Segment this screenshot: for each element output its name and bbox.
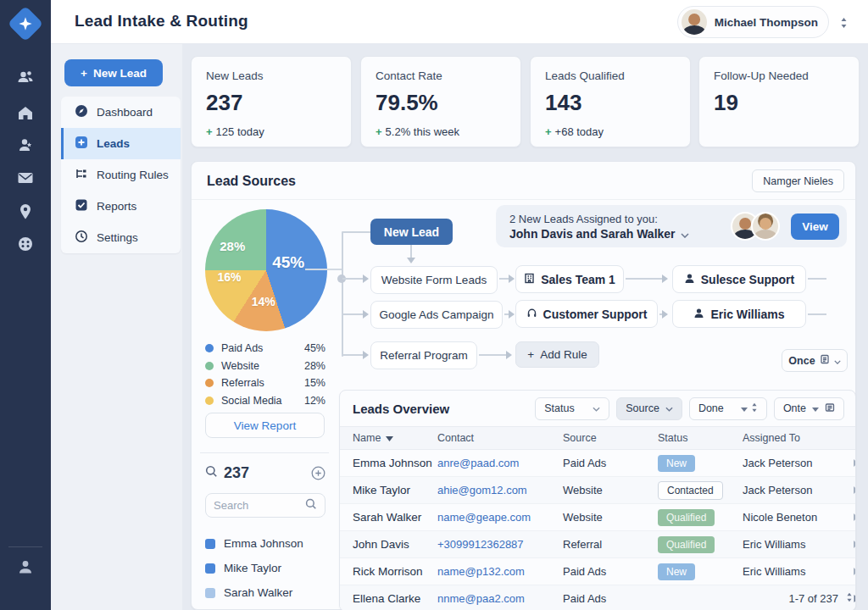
user-plus-icon[interactable] — [16, 136, 35, 154]
table-row[interactable]: Emma Johnson anre@paad.com Paid Ads New … — [340, 450, 855, 477]
table-row[interactable]: Sarah Walker name@geape.com Website Qual… — [340, 504, 855, 531]
contact-link[interactable]: +3099912362887 — [437, 538, 563, 551]
contact-link[interactable]: anre@paad.com — [437, 457, 563, 469]
arrow-down-icon — [407, 258, 415, 263]
row-expand-icon[interactable] — [853, 459, 856, 467]
row-expand-icon[interactable] — [853, 513, 856, 521]
stat-label: Follow-Up Needed — [714, 69, 844, 82]
arrow-right-icon — [363, 310, 369, 319]
filter-source[interactable]: Source — [616, 397, 682, 420]
pie-slice-label: 28% — [220, 239, 245, 253]
flow-team-node[interactable]: Customer Support — [543, 308, 648, 321]
contact-link[interactable]: name@geape.com — [437, 511, 563, 524]
contact-link[interactable]: ahie@gom12.com — [437, 484, 563, 496]
search-box — [205, 493, 326, 518]
user-name: Michael Thompson — [715, 16, 818, 29]
table-row[interactable]: John Davis +3099912362887 Referral Quali… — [340, 531, 855, 558]
person-icon — [684, 273, 695, 286]
home-icon[interactable] — [16, 103, 35, 122]
stat-value: 237 — [206, 90, 337, 116]
arrow-right-icon — [506, 351, 512, 359]
lead-bullet — [205, 563, 215, 574]
stat-label: Contact Rate — [376, 69, 506, 82]
flow-connector — [808, 313, 826, 315]
list-item[interactable]: Mike Taylor — [205, 556, 332, 580]
next-page-icon[interactable] — [853, 595, 856, 602]
sort-icon[interactable] — [846, 592, 853, 605]
stat-card-leads-qualified: Leads Qualified 143 ++68 today — [530, 56, 691, 147]
divider — [192, 199, 855, 200]
legend-item: Referrals15% — [205, 374, 326, 392]
pie-legend: Paid Ads45% Website28% Referrals15% Soci… — [205, 340, 326, 409]
search-icon — [205, 465, 218, 481]
contact-link[interactable]: nnme@paa2.com — [437, 592, 563, 605]
leads-icon — [75, 136, 88, 152]
table-row[interactable]: Ellena Clarke nnme@paa2.com Paid Ads 1-7… — [340, 585, 855, 610]
lead-bullet — [205, 539, 215, 549]
table-column-headers: Name Contact Source Status Assigned To — [340, 426, 855, 450]
row-expand-icon[interactable] — [853, 541, 856, 548]
flow-connector — [342, 231, 370, 233]
location-pin-icon[interactable] — [16, 202, 35, 221]
user-icon[interactable] — [16, 557, 35, 576]
filter-done[interactable]: Done — [689, 397, 767, 420]
table-row[interactable]: Mike Taylor ahie@gom12.com Website Conta… — [340, 477, 855, 504]
mail-icon[interactable] — [16, 169, 35, 187]
once-schedule-button[interactable]: Once — [782, 349, 848, 372]
person-icon — [693, 308, 704, 321]
routing-flow: New Lead 2 New Leads Assigned to you: Jo… — [339, 203, 858, 377]
column-name[interactable]: Name — [353, 432, 437, 444]
arrow-right-icon — [509, 274, 515, 283]
row-expand-icon[interactable] — [853, 486, 856, 494]
filter-status[interactable]: Status — [535, 397, 609, 420]
notification-names: John Davis and Sarah Walker — [509, 227, 676, 241]
column-source: Source — [563, 432, 658, 444]
flow-assignee-node[interactable]: Eric Williams — [710, 308, 784, 321]
table-row[interactable]: Rick Morrison name@p132.com Paid Ads New… — [340, 558, 855, 585]
stat-label: New Leads — [206, 69, 337, 82]
manage-rules-button[interactable]: Namger Nieles — [752, 169, 844, 192]
legend-dot — [205, 396, 214, 405]
assignment-notification: 2 New Leads Assigned to you: John Davis … — [496, 205, 847, 247]
user-menu-chevron-icon[interactable] — [840, 17, 848, 32]
sidebar-item-dashboard[interactable]: Dashboard — [61, 97, 181, 128]
leads-overview-title: Leads Overview — [353, 402, 449, 416]
divider — [200, 452, 329, 453]
flow-source-node[interactable]: Referral Program — [370, 341, 477, 369]
flow-connector — [342, 231, 343, 357]
sidebar-item-routing-rules[interactable]: Routing Rules — [61, 159, 181, 191]
user-menu[interactable]: Michael Thompson — [677, 6, 829, 38]
add-rule-button[interactable]: + Add Rule — [515, 341, 599, 368]
search-icon — [305, 498, 317, 513]
sidebar-item-reports[interactable]: Reports — [61, 191, 181, 222]
new-lead-button[interactable]: + New Lead — [64, 59, 163, 86]
delta-sign: + — [376, 125, 382, 138]
legend-dot — [205, 344, 214, 352]
globe-icon[interactable] — [16, 235, 35, 253]
view-button[interactable]: View — [791, 214, 839, 240]
view-report-button[interactable]: View Report — [205, 413, 325, 438]
flow-connector — [342, 278, 363, 280]
pie-chart: 45% 28% 16% 14% — [205, 209, 327, 331]
flow-assignee-node[interactable]: Sulesce Support — [701, 273, 794, 286]
legend-dot — [205, 362, 214, 370]
sidebar-item-settings[interactable]: Settings — [61, 222, 181, 253]
search-input[interactable] — [214, 499, 300, 512]
list-item[interactable]: Emma Johnson — [205, 531, 332, 556]
chevron-down-icon[interactable] — [681, 227, 689, 241]
stat-value: 79.5% — [376, 90, 506, 116]
flow-team-node[interactable]: Sales Team 1 — [541, 273, 615, 286]
filter-date[interactable]: Onte — [774, 397, 844, 420]
row-expand-icon[interactable] — [853, 568, 856, 575]
list-item[interactable]: Sarah Sampner — [205, 605, 332, 610]
users-icon[interactable] — [16, 68, 35, 86]
app-logo[interactable] — [8, 6, 43, 42]
flow-source-node[interactable]: Website Form Leads — [370, 266, 498, 294]
flow-new-lead-node[interactable]: New Lead — [370, 219, 453, 245]
contact-link[interactable]: name@p132.com — [437, 565, 563, 578]
app-screen: Lead Intake & Routing Michael Thompson +… — [0, 0, 868, 610]
list-item[interactable]: Sarah Walker — [205, 580, 332, 605]
flow-source-node[interactable]: Google Ads Campaign — [370, 301, 503, 329]
add-circle-icon[interactable] — [311, 466, 326, 480]
sidebar-item-leads[interactable]: Leads — [61, 128, 181, 159]
